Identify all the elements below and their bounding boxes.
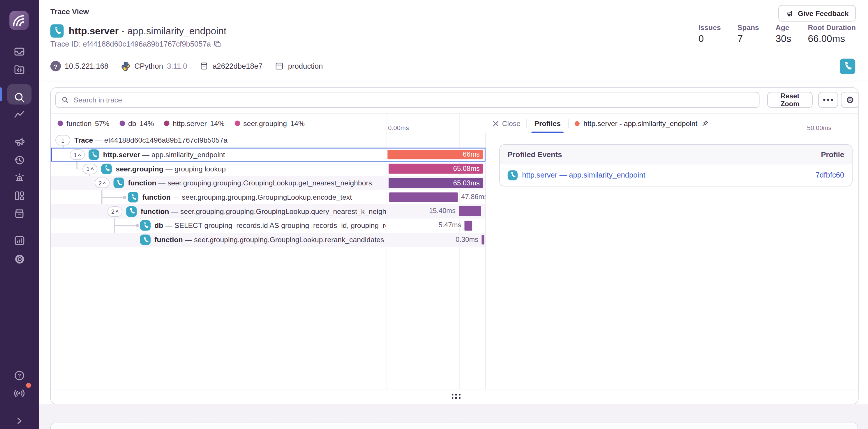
bottom-drawer-edge[interactable]: [51, 423, 858, 429]
legend-item-seer-grouping: seer.grouping 14%: [235, 119, 305, 128]
profiled-events-header: Profiled Events Profile: [500, 145, 852, 164]
stat-value: 7: [738, 33, 759, 45]
span-row-http-server[interactable]: 1^ http.server — app.similarity_endpoint…: [51, 147, 486, 162]
profiled-event-row[interactable]: http.server — app.similarity_endpoint 7d…: [500, 164, 852, 186]
stat-issues: Issues 0: [699, 23, 721, 45]
child-count-pill[interactable]: 2^: [107, 206, 123, 217]
trace-id-text: Trace ID: ef44188d60c1496a89b1767cf9b505…: [51, 40, 211, 48]
ops-legend: function 57% db 14% http.server 14%: [58, 114, 305, 133]
child-count-pill[interactable]: 1^: [70, 149, 85, 160]
sentry-logo[interactable]: [9, 11, 29, 30]
device-value: a2622dbe18e7: [213, 62, 262, 70]
http-server-op-icon: [51, 25, 64, 38]
pin-icon[interactable]: [702, 120, 709, 128]
sidebar-item-feedback[interactable]: [0, 132, 39, 151]
sidebar-collapse-button[interactable]: [0, 411, 39, 429]
span-detail-panel: Profiled Events Profile http.server — ap…: [486, 133, 858, 389]
sidebar-item-stats[interactable]: [0, 231, 39, 250]
resize-handle-strip: [51, 389, 858, 404]
span-op-icon: [126, 206, 137, 217]
history-clock-icon: [13, 154, 26, 166]
duration-bar[interactable]: [482, 235, 485, 244]
title-op: http.server: [69, 25, 119, 36]
page-title: Trace View: [51, 8, 89, 16]
help-icon: ?: [13, 370, 26, 382]
span-breadcrumb-tab[interactable]: http.server - app.similarity_endpoint: [575, 119, 709, 128]
span-op-icon: [114, 178, 124, 188]
runtime-value: CPython: [134, 62, 163, 70]
legend-pct: 57%: [95, 119, 109, 128]
ellipsis-icon: [824, 99, 833, 101]
more-options-button[interactable]: [818, 92, 838, 108]
copy-icon[interactable]: [214, 40, 221, 48]
duration-bar[interactable]: 66ms: [388, 150, 482, 159]
window-icon: [275, 61, 284, 71]
tab-profiles[interactable]: Profiles: [533, 114, 562, 133]
timeline-gridline-50ms: [459, 114, 460, 134]
search-input[interactable]: [72, 95, 753, 104]
ip-value: 10.5.221.168: [65, 62, 108, 70]
meta-environment[interactable]: production: [275, 61, 323, 71]
reset-zoom-button[interactable]: Reset Zoom: [767, 92, 813, 108]
duration-label: 47.86ms: [461, 193, 486, 201]
span-row-function[interactable]: function — seer.grouping.grouping.Groupi…: [51, 233, 486, 247]
sidebar-item-projects[interactable]: [0, 60, 39, 78]
sidebar-item-broadcast[interactable]: [0, 384, 39, 403]
legend-label: http.server: [173, 119, 207, 128]
child-count-pill[interactable]: 1^: [83, 164, 98, 174]
sidebar-item-traces[interactable]: [0, 106, 39, 125]
stat-label: Age: [776, 23, 792, 32]
tab-divider: [527, 119, 527, 128]
duration-bar[interactable]: 65.08ms: [389, 164, 483, 173]
sidebar-item-help[interactable]: ?: [0, 366, 39, 385]
span-row-function[interactable]: function — seer.grouping.grouping.Groupi…: [51, 190, 486, 204]
sidebar-item-issues[interactable]: [0, 42, 39, 61]
span-row-db[interactable]: db — SELECT grouping_records.id AS group…: [51, 219, 486, 233]
timeline-gridline-0ms: [386, 114, 386, 134]
duration-bar[interactable]: 65.03ms: [389, 178, 482, 188]
sidebar-item-explore[interactable]: [0, 88, 39, 107]
trace-meta-row: ? 10.5.221.168 CPython 3.11.0 a2622dbe18…: [51, 61, 323, 71]
close-panel-button[interactable]: Close: [493, 119, 521, 128]
span-color-dot: [575, 121, 580, 126]
event-link[interactable]: http.server — app.similarity_endpoint: [508, 170, 646, 180]
notification-badge: [26, 383, 31, 388]
span-row-function[interactable]: 2^ function — seer.grouping.grouping.Gro…: [51, 176, 486, 190]
trace-settings-button[interactable]: [841, 92, 859, 108]
child-count-pill[interactable]: 2^: [95, 178, 110, 188]
trace-search[interactable]: [55, 92, 760, 108]
trace-stats: Issues 0 Spans 7 Age 30s Root Duration 6…: [699, 23, 856, 45]
detail-panel-tabs: Close Profiles http.server - app.similar…: [486, 114, 858, 133]
duration-bar[interactable]: [465, 221, 472, 231]
sidebar-item-replays[interactable]: [0, 151, 39, 169]
events-header-label: Profiled Events: [508, 150, 562, 159]
span-row-seer-grouping[interactable]: 1^ seer.grouping — grouping lookup 65.08…: [51, 162, 486, 176]
trace-toolbar: Reset Zoom: [51, 88, 858, 113]
sidebar-item-releases[interactable]: [0, 204, 39, 223]
duration-bar[interactable]: [389, 192, 458, 202]
give-feedback-button[interactable]: Give Feedback: [779, 5, 856, 22]
span-row-function[interactable]: 2^ function — seer.grouping.grouping.Gro…: [51, 204, 486, 219]
child-count-pill[interactable]: 1: [55, 135, 70, 145]
duration-bar[interactable]: [459, 207, 481, 216]
sidebar-item-settings[interactable]: [0, 250, 39, 268]
drag-handle[interactable]: [452, 394, 461, 399]
legend-dot: [235, 121, 240, 126]
meta-runtime[interactable]: CPython 3.11.0: [121, 61, 187, 71]
stat-root-duration: Root Duration 66.00ms: [808, 23, 856, 45]
sidebar-item-alerts[interactable]: [0, 168, 39, 187]
title-desc: app.similarity_endpoint: [127, 25, 226, 36]
stat-value: 66.00ms: [808, 33, 856, 45]
span-op-icon: [140, 235, 151, 245]
tab-divider: [568, 119, 568, 128]
meta-ip[interactable]: ? 10.5.221.168: [51, 61, 108, 71]
span-op-icon: [101, 164, 112, 174]
close-label: Close: [502, 119, 521, 128]
profile-link[interactable]: 7dfbfc60: [815, 171, 844, 179]
trace-row[interactable]: 1 Trace — ef44188d60c1496a89b1767cf9b505…: [51, 133, 486, 147]
sidebar-item-dashboards[interactable]: [0, 186, 39, 205]
duration-label: 65.08ms: [453, 165, 480, 173]
close-icon: [493, 120, 499, 126]
meta-device[interactable]: a2622dbe18e7: [199, 61, 262, 71]
project-platform-icon[interactable]: [840, 59, 855, 74]
